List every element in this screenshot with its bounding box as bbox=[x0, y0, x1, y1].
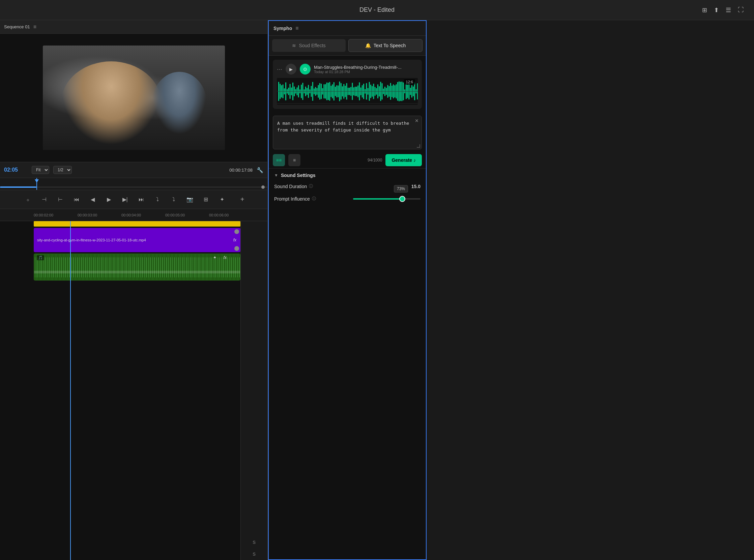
settings-title: Sound Settings bbox=[281, 173, 316, 178]
generate-bar: ≡≡ ≡ 94/1000 Generate ♪ bbox=[269, 152, 426, 168]
audio-card: ⋯ ▶ ⊙ Man-Struggles-Breathing-During-Tre… bbox=[273, 60, 422, 109]
audio-record-btn[interactable]: ⊙ bbox=[300, 64, 311, 75]
go-start-btn[interactable]: ⏮ bbox=[72, 195, 81, 204]
audio-white-line bbox=[34, 271, 240, 274]
audio-title: Man-Struggles-Breathing-During-Treadmill… bbox=[314, 65, 418, 70]
prompt-influence-row: Prompt Influence ⓘ 73% bbox=[274, 196, 420, 202]
tab-text-to-speech[interactable]: 🔔 Text To Speech bbox=[348, 39, 422, 52]
corner-dot-tr bbox=[234, 229, 239, 234]
audio-fx-badge: fx bbox=[223, 255, 226, 260]
sympho-menu-icon[interactable]: ≡ bbox=[295, 25, 298, 31]
clip-name-label: sity-and-cycling-at-gym-in-fitness-w-202… bbox=[37, 238, 146, 242]
audio-info: Man-Struggles-Breathing-During-Treadmill… bbox=[314, 65, 418, 74]
influence-info-icon[interactable]: ⓘ bbox=[312, 196, 316, 202]
tts-mic-icon: 🔔 bbox=[365, 43, 371, 48]
sympho-header: Sympho ≡ bbox=[269, 21, 426, 36]
ts-label-2: 00:00:04:00 bbox=[121, 213, 165, 217]
settings-toggle[interactable]: ▼ Sound Settings bbox=[274, 173, 420, 178]
prompt-influence-label: Prompt Influence ⓘ bbox=[274, 196, 353, 202]
timeline-header: 00:00:02:00 00:00:03:00 00:00:04:00 00:0… bbox=[0, 209, 267, 221]
toolbar: ⬦ ⊣ ⊢ ⏮ ◀ ▶ ▶| ⏭ ⤵ ⤵ 📷 ⊞ ✦ + bbox=[0, 190, 267, 209]
go-end-btn[interactable]: ⏭ bbox=[137, 195, 146, 204]
video-controls-bar: 02:05 Fit 1/2 00:00:17:08 🔧 bbox=[0, 162, 267, 178]
main-layout: Sequence 01 ≡ 02:05 Fit 1/2 00:00:17:08 … bbox=[0, 20, 754, 560]
grid-icon[interactable]: ⊞ bbox=[702, 6, 707, 14]
ts-label-0: 00:00:02:00 bbox=[34, 213, 78, 217]
tts-label: Text To Speech bbox=[374, 43, 406, 48]
prompt-influence-slider-container: 73% bbox=[353, 198, 420, 200]
audio-card-menu-icon[interactable]: ⋯ bbox=[277, 66, 282, 73]
tts-textarea[interactable]: A man uses treadmill finds it difficult … bbox=[277, 120, 417, 144]
sequence-header: Sequence 01 ≡ bbox=[0, 20, 267, 34]
chevron-down-icon: ▼ bbox=[274, 173, 278, 178]
gen-list-icon-btn[interactable]: ≡≡ bbox=[273, 154, 285, 166]
waveform-display: // Draw waveform bars const svg = docume… bbox=[277, 78, 418, 105]
export-icon[interactable]: ⬆ bbox=[714, 6, 719, 14]
tts-close-icon[interactable]: ✕ bbox=[415, 118, 419, 123]
slider-track[interactable]: 73% bbox=[353, 198, 420, 200]
sound-settings: ▼ Sound Settings Sound Duration ⓘ 15.0 P… bbox=[269, 168, 426, 209]
prev-frame-btn[interactable]: ◀ bbox=[88, 195, 97, 204]
timeline-area: 00:00:02:00 00:00:03:00 00:00:04:00 00:0… bbox=[0, 209, 267, 560]
expand-icon[interactable]: ⛶ bbox=[738, 6, 744, 14]
gym-bg-person-figure bbox=[152, 72, 207, 135]
gym-person-figure bbox=[61, 61, 161, 145]
yellow-range-bar[interactable] bbox=[34, 221, 240, 226]
sound-effects-label: Soud Effects bbox=[299, 43, 325, 48]
sequence-menu-icon[interactable]: ≡ bbox=[33, 24, 36, 30]
audio-card-header: ⋯ ▶ ⊙ Man-Struggles-Breathing-During-Tre… bbox=[277, 64, 418, 75]
video-clip-track[interactable]: sity-and-cycling-at-gym-in-fitness-w-202… bbox=[34, 228, 240, 252]
trim-left-btn[interactable]: ⊣ bbox=[39, 195, 49, 204]
duration-display: 00:00:17:08 bbox=[229, 167, 253, 173]
fit-select[interactable]: Fit bbox=[32, 166, 49, 174]
menu-icon[interactable]: ☰ bbox=[726, 6, 731, 14]
effects-btn[interactable]: ✦ bbox=[218, 195, 227, 204]
ts-label-4: 00:00:06:00 bbox=[209, 213, 253, 217]
right-panel: Sympho ≡ ≋ Soud Effects 🔔 Text To Speech… bbox=[268, 20, 426, 560]
waveform-svg bbox=[277, 78, 418, 105]
timeline-tracks: sity-and-cycling-at-gym-in-fitness-w-202… bbox=[0, 221, 267, 560]
video-preview bbox=[0, 34, 267, 162]
wrench-icon[interactable]: 🔧 bbox=[257, 167, 263, 173]
svg-rect-1 bbox=[34, 254, 240, 280]
ts-label-3: 00:00:05:00 bbox=[165, 213, 209, 217]
mark-in-btn[interactable]: ⬦ bbox=[23, 195, 33, 204]
trim-right-btn[interactable]: ⊢ bbox=[56, 195, 65, 204]
timeline-playhead bbox=[70, 221, 71, 560]
play-btn[interactable]: ▶ bbox=[104, 195, 114, 204]
duration-info-icon[interactable]: ⓘ bbox=[309, 183, 313, 189]
page-select[interactable]: 1/2 bbox=[53, 166, 72, 174]
waveform-time-badge: 12:6 bbox=[404, 79, 415, 85]
sound-effects-icon: ≋ bbox=[292, 43, 296, 48]
slider-tooltip: 73% bbox=[394, 185, 408, 193]
tts-resize-handle[interactable] bbox=[417, 144, 420, 148]
slider-thumb[interactable]: 73% bbox=[399, 196, 405, 202]
overwrite-btn[interactable]: ⤵ bbox=[169, 195, 178, 204]
star-icon: ✦ bbox=[213, 255, 217, 260]
gen-settings-icon-btn[interactable]: ≡ bbox=[288, 154, 300, 166]
sound-duration-value: 15.0 bbox=[411, 184, 420, 189]
audio-play-btn[interactable]: ▶ bbox=[285, 64, 296, 75]
tab-sound-effects[interactable]: ≋ Soud Effects bbox=[272, 39, 345, 52]
snapshot-btn[interactable]: 📷 bbox=[185, 195, 195, 204]
char-count: 94/1000 bbox=[368, 158, 382, 162]
left-panel: Sequence 01 ≡ 02:05 Fit 1/2 00:00:17:08 … bbox=[0, 20, 268, 560]
insert-btn[interactable]: ⤵ bbox=[153, 195, 162, 204]
generate-button[interactable]: Generate ♪ bbox=[385, 154, 422, 166]
audio-clip-track[interactable]: 🎵 ✦ fx bbox=[34, 254, 240, 280]
sound-tabs: ≋ Soud Effects 🔔 Text To Speech bbox=[269, 36, 426, 56]
multi-btn[interactable]: ⊞ bbox=[201, 195, 211, 204]
video-fx-badge: fx bbox=[233, 238, 236, 242]
playhead-ruler[interactable] bbox=[0, 178, 267, 190]
timecode-display: 02:05 bbox=[4, 167, 28, 173]
audio-waveform-green bbox=[34, 254, 240, 280]
scrollbar-vertical[interactable]: S S bbox=[240, 221, 267, 560]
slider-fill bbox=[353, 198, 402, 200]
waveform-line bbox=[277, 103, 418, 103]
next-frame-btn[interactable]: ▶| bbox=[120, 195, 130, 204]
timeline-timestamps: 00:00:02:00 00:00:03:00 00:00:04:00 00:0… bbox=[0, 213, 267, 217]
audio-timestamp: Today at 01:18:28 PM bbox=[314, 70, 418, 74]
add-btn[interactable]: + bbox=[240, 196, 244, 203]
audio-icon-badge: 🎵 bbox=[37, 255, 44, 260]
s-label-2: S bbox=[253, 552, 256, 557]
